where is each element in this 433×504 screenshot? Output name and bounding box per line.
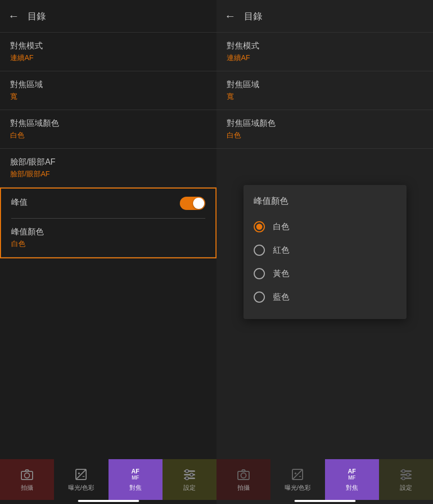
left-settings-list: 對焦模式 連續AF 對焦區域 寬 對焦區域顏色 白色 臉部/眼部AF 臉部/眼部… — [0, 33, 216, 459]
radio-blue-circle — [254, 291, 265, 303]
left-header: ← 目錄 — [0, 0, 216, 33]
setting-peak-label: 峰值 — [11, 197, 28, 208]
left-tab-focus[interactable]: AF MF 對焦 — [109, 459, 163, 500]
left-tab-settings[interactable]: 設定 — [163, 459, 216, 500]
setting-focus-area-value: 寬 — [10, 92, 206, 101]
radio-red-label: 紅色 — [273, 245, 289, 256]
setting-focus-area-color-label: 對焦區域顏色 — [10, 118, 206, 129]
radio-blue-label: 藍色 — [273, 292, 289, 303]
left-tab-settings-label: 設定 — [183, 484, 196, 492]
left-bottom-tabs: 拍攝 曝光/色彩 AF MF 對焦 — [0, 459, 216, 500]
left-tab-focus-label: 對焦 — [129, 484, 142, 492]
setting-focus-area[interactable]: 對焦區域 寬 — [0, 71, 216, 110]
radio-red[interactable]: 紅色 — [254, 238, 396, 262]
highlighted-group: 峰值 峰值顏色 白色 — [0, 188, 216, 258]
setting-focus-area-color[interactable]: 對焦區域顏色 白色 — [0, 110, 216, 149]
radio-red-circle — [254, 245, 265, 256]
left-bottom-indicator — [78, 500, 139, 502]
setting-face-eye-af[interactable]: 臉部/眼部AF 臉部/眼部AF — [0, 149, 216, 188]
setting-peak[interactable]: 峰值 — [1, 189, 215, 218]
setting-focus-area-color-value: 白色 — [10, 131, 206, 140]
radio-yellow[interactable]: 黃色 — [254, 262, 396, 285]
svg-point-10 — [185, 469, 188, 472]
radio-white[interactable]: 白色 — [254, 215, 396, 238]
toggle-thumb — [193, 198, 204, 209]
exposure-icon — [74, 467, 88, 482]
peak-toggle[interactable] — [180, 197, 205, 210]
setting-focus-mode-label: 對焦模式 — [10, 41, 206, 51]
setting-focus-mode-value: 連續AF — [10, 54, 206, 63]
setting-face-eye-af-label: 臉部/眼部AF — [10, 157, 206, 168]
radio-white-inner — [256, 224, 262, 230]
camera-icon — [20, 467, 34, 482]
right-panel: ← 目錄 對焦模式 連續AF 對焦區域 寬 對焦區域顏色 白色 峰值顏色 白色 — [216, 0, 433, 504]
left-tab-capture[interactable]: 拍攝 — [0, 459, 54, 500]
setting-focus-area-label: 對焦區域 — [10, 79, 206, 90]
setting-focus-mode[interactable]: 對焦模式 連續AF — [0, 33, 216, 71]
setting-peak-color-label: 峰值顏色 — [11, 227, 205, 237]
peak-color-dialog: 峰值顏色 白色 紅色 黃色 藍色 — [243, 185, 407, 319]
left-tab-exposure-label: 曝光/色彩 — [68, 484, 94, 492]
left-tab-capture-label: 拍攝 — [21, 484, 33, 492]
radio-blue[interactable]: 藍色 — [254, 285, 396, 309]
svg-line-3 — [76, 469, 86, 480]
setting-peak-color-value: 白色 — [11, 240, 205, 249]
radio-white-circle — [254, 221, 265, 232]
setting-peak-color[interactable]: 峰值顏色 白色 — [1, 219, 215, 257]
radio-yellow-circle — [254, 268, 265, 279]
svg-point-1 — [24, 473, 30, 478]
af-mf-icon: AF MF — [128, 467, 143, 482]
svg-point-11 — [190, 473, 193, 476]
left-tab-exposure[interactable]: 曝光/色彩 — [54, 459, 108, 500]
svg-point-12 — [185, 476, 188, 480]
left-panel: ← 目錄 對焦模式 連續AF 對焦區域 寬 對焦區域顏色 白色 臉部/眼部AF … — [0, 0, 216, 504]
left-back-button[interactable]: ← — [8, 10, 19, 23]
settings-icon — [182, 467, 197, 482]
dialog-overlay: 峰值顏色 白色 紅色 黃色 藍色 — [216, 0, 433, 504]
left-title: 目錄 — [28, 10, 46, 22]
dialog-title: 峰值顏色 — [254, 195, 396, 207]
setting-face-eye-af-value: 臉部/眼部AF — [10, 170, 206, 179]
radio-yellow-label: 黃色 — [273, 269, 289, 279]
radio-white-label: 白色 — [273, 222, 289, 232]
